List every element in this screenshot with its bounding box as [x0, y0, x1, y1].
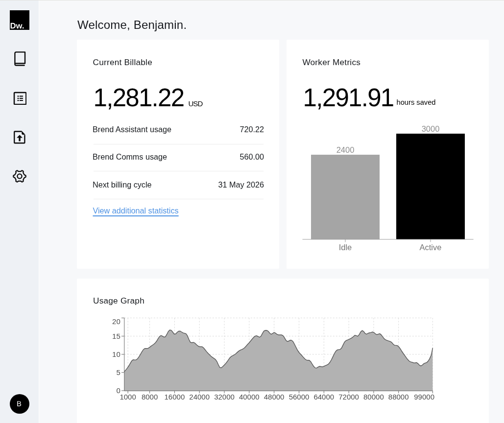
svg-text:48000: 48000: [264, 393, 285, 401]
svg-text:24000: 24000: [189, 393, 210, 401]
svg-text:20: 20: [112, 317, 120, 326]
svg-text:0: 0: [116, 386, 120, 395]
svg-text:56000: 56000: [289, 393, 310, 401]
svg-text:15: 15: [112, 332, 120, 340]
svg-text:16000: 16000: [165, 393, 185, 401]
svg-text:88000: 88000: [388, 393, 409, 401]
svg-text:32000: 32000: [214, 393, 235, 401]
svg-text:40000: 40000: [239, 393, 260, 401]
svg-text:5: 5: [116, 368, 120, 376]
svg-text:72000: 72000: [338, 393, 359, 401]
svg-text:8000: 8000: [142, 393, 158, 401]
svg-text:10: 10: [112, 350, 120, 358]
svg-text:80000: 80000: [363, 393, 384, 401]
svg-text:64000: 64000: [313, 393, 334, 401]
svg-text:1000: 1000: [120, 393, 136, 401]
svg-text:99000: 99000: [414, 393, 434, 401]
